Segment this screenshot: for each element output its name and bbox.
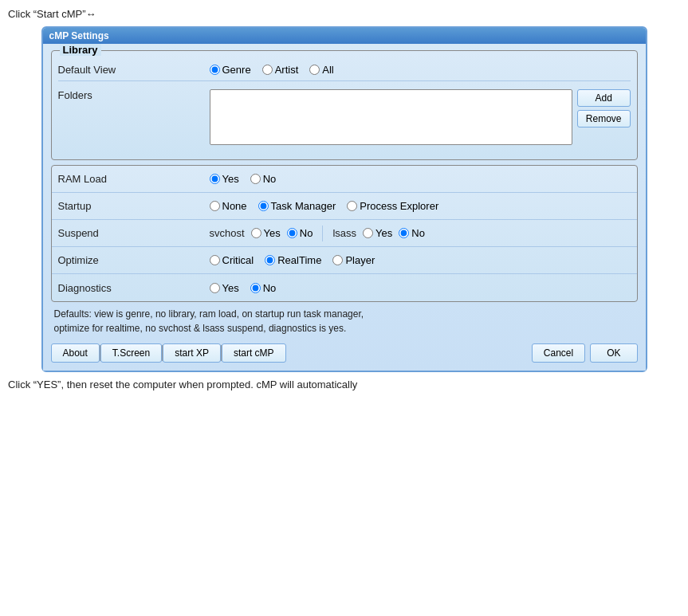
lsass-label: lsass [332,227,356,239]
settings-grid: RAM Load Yes No Startup [51,165,638,302]
remove-button[interactable]: Remove [577,110,631,128]
diagnostics-row: Diagnostics Yes No [52,274,637,301]
start-xp-button[interactable]: start XP [163,343,221,363]
default-view-artist[interactable]: Artist [262,64,299,76]
tscreen-button[interactable]: T.Screen [100,343,162,363]
startup-none[interactable]: None [210,200,247,212]
svchost-label: svchost [210,227,245,239]
optimize-critical[interactable]: Critical [210,254,254,266]
suspend-controls: svchost Yes No lsass Yes [203,222,637,245]
default-view-label: Default View [58,64,210,76]
library-legend: Library [60,44,101,56]
library-inner: Default View Genre Artist All [58,59,631,153]
lsass-no[interactable]: No [399,227,425,239]
instruction-bottom: Click “YES”, then reset the computer whe… [8,379,680,390]
ram-load-row: RAM Load Yes No [52,166,637,193]
diagnostics-no[interactable]: No [250,282,277,294]
optimize-realtime[interactable]: RealTime [265,254,321,266]
startup-controls: None Task Manager Process Explorer [203,197,637,215]
startup-process-explorer[interactable]: Process Explorer [347,200,438,212]
title-bar: cMP Settings [43,28,646,44]
default-view-genre[interactable]: Genre [210,64,251,76]
lsass-yes[interactable]: Yes [363,227,392,239]
startup-label: Startup [52,197,203,215]
optimize-radio-group: Critical RealTime Player [210,254,375,266]
startup-row: Startup None Task Manager Process Explor… [52,193,637,220]
defaults-text: Defaults: view is genre, no library, ram… [51,302,638,340]
default-view-controls: Genre Artist All [210,64,631,76]
diagnostics-label: Diagnostics [52,279,203,297]
diagnostics-radio-group: Yes No [210,282,277,294]
startup-radio-group: None Task Manager Process Explorer [210,200,439,212]
suspend-row: Suspend svchost Yes No lsass Yes [52,220,637,247]
folders-buttons: Add Remove [577,89,631,145]
window-body: Library Default View Genre Artist [43,44,646,371]
optimize-controls: Critical RealTime Player [203,251,637,269]
folders-controls: Add Remove [210,86,631,148]
optimize-player[interactable]: Player [332,254,375,266]
folders-list[interactable] [210,89,572,145]
ram-load-radio-group: Yes No [210,173,277,185]
folders-label: Folders [58,86,210,101]
diagnostics-controls: Yes No [203,279,637,297]
ok-button[interactable]: OK [590,343,637,363]
default-view-radio-group: Genre Artist All [210,64,631,76]
default-view-row: Default View Genre Artist All [58,59,631,81]
suspend-inner-controls: svchost Yes No lsass Yes [210,226,425,241]
ram-load-controls: Yes No [203,170,637,188]
bottom-buttons: About T.Screen start XP start cMP Cancel… [51,340,638,364]
ram-load-no[interactable]: No [250,173,277,185]
about-button[interactable]: About [51,343,100,363]
settings-window: cMP Settings Library Default View Genre … [41,26,647,372]
suspend-label: Suspend [52,224,203,242]
library-section: Library Default View Genre Artist [51,50,638,160]
default-view-all[interactable]: All [309,64,333,76]
startup-task-manager[interactable]: Task Manager [258,200,336,212]
diagnostics-yes[interactable]: Yes [210,282,239,294]
optimize-label: Optimize [52,251,203,269]
add-button[interactable]: Add [577,89,631,107]
ram-load-label: RAM Load [52,170,203,188]
start-cmp-button[interactable]: start cMP [222,343,286,363]
instruction-top: Click “Start cMP”↔ [8,8,680,20]
cancel-button[interactable]: Cancel [532,343,585,363]
optimize-row: Optimize Critical RealTime Player [52,247,637,274]
bottom-right-buttons: Cancel OK [532,343,638,363]
suspend-divider [322,226,323,241]
folders-area: Add Remove [210,86,631,148]
ram-load-yes[interactable]: Yes [210,173,239,185]
folders-row: Folders Add Remove [58,81,631,153]
svchost-yes[interactable]: Yes [251,227,281,239]
svchost-no[interactable]: No [287,227,313,239]
